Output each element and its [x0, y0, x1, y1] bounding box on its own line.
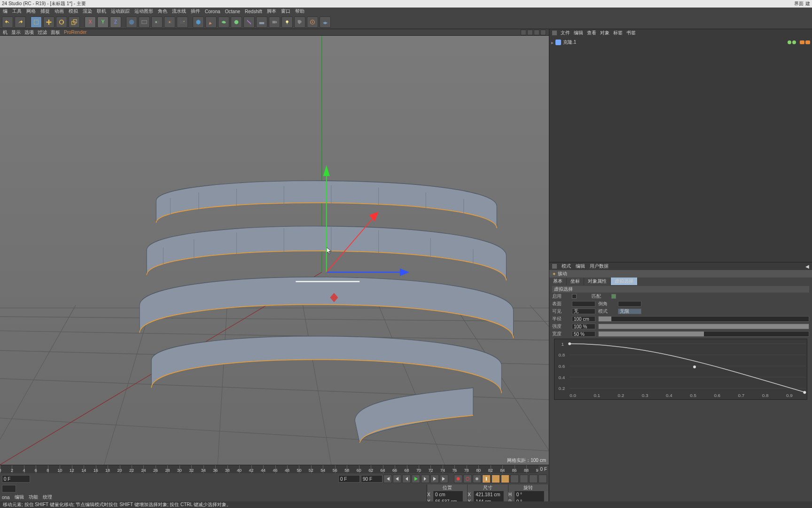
menu-item[interactable]: Redshift — [245, 9, 262, 14]
obj-tab[interactable]: 编辑 — [574, 30, 583, 36]
obj-tab[interactable]: 书签 — [626, 30, 636, 36]
next-frame-button[interactable] — [421, 475, 429, 483]
radius-slider[interactable] — [598, 316, 809, 322]
tree-item-clone[interactable]: ▸ 克隆.1 — [551, 39, 810, 46]
viewport-nav-icon[interactable] — [540, 30, 546, 35]
menu-item[interactable]: 捕捉 — [40, 8, 50, 15]
camera-button[interactable] — [269, 16, 280, 28]
coord-rot-input[interactable]: 0 ° — [515, 491, 544, 498]
autokey-button[interactable] — [463, 475, 472, 483]
view-menu-item[interactable]: 显示 — [11, 29, 21, 36]
menu-item[interactable]: Octane — [225, 9, 240, 14]
view-menu-item[interactable]: 机 — [3, 29, 8, 36]
spinner-icon[interactable] — [463, 491, 468, 498]
spinner-icon[interactable] — [544, 491, 549, 498]
render-settings-button[interactable] — [164, 16, 175, 28]
menu-item[interactable]: 网格 — [26, 8, 36, 15]
mat-tab[interactable]: 编辑 — [15, 494, 24, 500]
bevel-dropdown[interactable] — [618, 301, 641, 307]
key-options-button[interactable] — [473, 475, 481, 483]
workplane-button[interactable] — [320, 16, 331, 28]
snap-button[interactable] — [307, 16, 318, 28]
goto-end-button[interactable] — [440, 475, 448, 483]
strength-input[interactable]: 100 % — [572, 324, 595, 329]
attr-tab-top[interactable]: 用户数据 — [590, 263, 609, 270]
obj-tab[interactable]: 查看 — [587, 30, 596, 36]
play-button[interactable] — [412, 475, 420, 483]
coord-pos-input[interactable]: 0 cm — [434, 491, 463, 498]
prev-frame-button[interactable] — [402, 475, 411, 483]
generator-button[interactable] — [231, 16, 242, 28]
menu-item[interactable]: 模拟 — [69, 8, 78, 15]
prev-key-button[interactable] — [393, 475, 401, 483]
menu-item[interactable]: 工具 — [12, 8, 22, 15]
pen-tool-button[interactable] — [205, 16, 217, 28]
render-region-button[interactable] — [151, 16, 163, 28]
enable-checkbox[interactable] — [572, 294, 577, 299]
coord-size-input[interactable]: 421.181 cm — [474, 491, 503, 498]
view-menu-item[interactable]: 选项 — [24, 29, 34, 36]
key-toggle-button[interactable] — [539, 475, 547, 483]
strength-slider[interactable] — [598, 324, 809, 329]
menu-item[interactable]: Corona — [205, 9, 220, 14]
obj-tab[interactable]: 文件 — [561, 30, 570, 36]
attr-nav-arrow[interactable]: ◀ — [805, 264, 809, 269]
key-misc-button[interactable] — [529, 475, 538, 483]
attr-tab-top[interactable]: 编辑 — [576, 263, 585, 270]
obj-tab[interactable]: 标签 — [613, 30, 623, 36]
3d-viewport[interactable]: 网格实距：100 cm — [0, 36, 549, 465]
tag-button[interactable] — [294, 16, 305, 28]
attr-tab-falloff[interactable]: 虚拟选择 — [611, 278, 638, 285]
timeline[interactable]: 0246810121416182022242628303234363840424… — [0, 465, 549, 473]
environment-button[interactable] — [256, 16, 267, 28]
key-rot-button[interactable] — [501, 475, 509, 483]
panel-grip-icon[interactable] — [552, 264, 557, 269]
falloff-curve-editor[interactable]: 1 0.8 0.6 0.4 0.2 0.00.10.20.30.40.50.60… — [554, 339, 807, 400]
render-button[interactable] — [139, 16, 150, 28]
attr-tab-coord[interactable]: 坐标 — [567, 278, 584, 285]
frame-end-input[interactable]: 90 F — [361, 475, 383, 483]
axis-y-button[interactable]: Y — [97, 16, 109, 28]
frame-current-input[interactable]: 0 F — [338, 475, 360, 483]
goto-start-button[interactable] — [383, 475, 392, 483]
move-tool[interactable] — [43, 16, 55, 28]
match-checkbox[interactable] — [611, 294, 616, 299]
menu-item[interactable]: 动画 — [55, 8, 64, 15]
titlebar-right-2[interactable]: 建 — [805, 0, 810, 7]
axis-z-button[interactable]: Z — [110, 16, 121, 28]
picture-viewer-button[interactable] — [177, 16, 188, 28]
menu-item[interactable]: 运动跟踪 — [111, 8, 130, 15]
material-search[interactable] — [2, 485, 16, 492]
plus-icon[interactable]: ✦ — [552, 271, 556, 277]
nurbs-button[interactable] — [218, 16, 229, 28]
rotate-tool[interactable] — [56, 16, 67, 28]
menu-item[interactable]: 脚本 — [267, 8, 276, 15]
panel-grip-icon[interactable] — [552, 31, 557, 35]
key-pla-button[interactable] — [520, 475, 528, 483]
mode-dropdown[interactable]: 无限 — [618, 309, 641, 314]
object-manager[interactable]: ▸ 克隆.1 — [549, 37, 812, 262]
view-menu-item[interactable]: 过滤 — [38, 29, 47, 36]
width-slider[interactable] — [598, 331, 809, 337]
menu-item[interactable]: 窗口 — [281, 8, 290, 15]
titlebar-right-1[interactable]: 界面 — [794, 0, 804, 7]
axis-x-button[interactable]: X — [85, 16, 96, 28]
select-tool[interactable] — [31, 16, 42, 28]
record-button[interactable] — [454, 475, 462, 483]
key-scale-button[interactable] — [492, 475, 500, 483]
mat-tab[interactable]: 纹理 — [43, 494, 52, 500]
attr-tab-object[interactable]: 对象属性 — [584, 278, 611, 285]
menu-item[interactable]: 编 — [3, 8, 8, 15]
viewport-nav-icon[interactable] — [527, 30, 533, 35]
view-menu-item[interactable]: 面板 — [51, 29, 60, 36]
cube-primitive-button[interactable] — [193, 16, 204, 28]
radius-input[interactable]: 100 cm — [572, 316, 595, 322]
tag-icon[interactable] — [800, 40, 804, 44]
tag-icon[interactable] — [805, 40, 810, 44]
next-key-button[interactable] — [430, 475, 439, 483]
attr-tab-basic[interactable]: 基本 — [549, 278, 567, 285]
visibility-dot[interactable] — [788, 40, 791, 44]
frame-start-input[interactable]: 0 F — [2, 475, 30, 483]
viewport-nav-icon[interactable] — [534, 30, 539, 35]
menu-item[interactable]: 流水线 — [172, 8, 186, 15]
